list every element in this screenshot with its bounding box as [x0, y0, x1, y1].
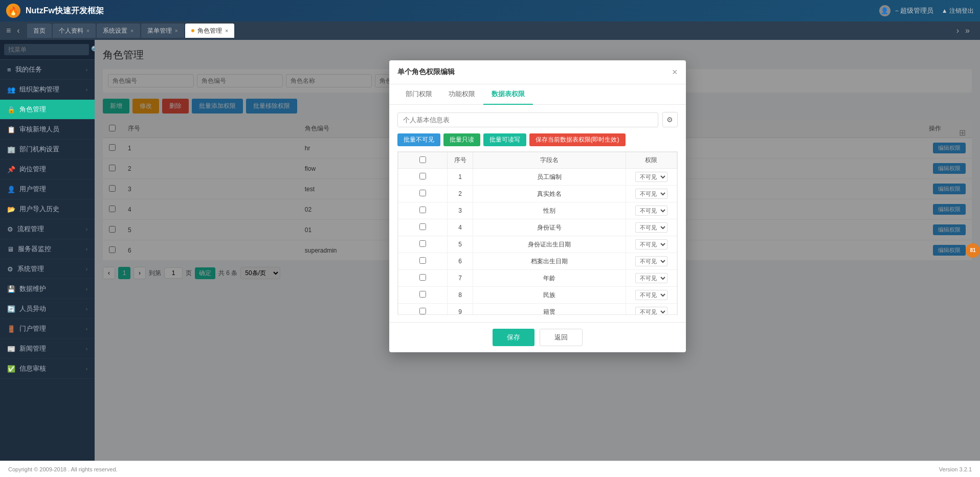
logout-link[interactable]: ▲ 注销登出	[942, 7, 974, 15]
perm-select-dropdown[interactable]: 不可见只读可读写	[635, 206, 667, 216]
perm-select-dropdown[interactable]: 不可见只读可读写	[635, 290, 667, 300]
sidebar-item-user[interactable]: 👤 用户管理	[0, 179, 95, 199]
sidebar-sysadmin-label: 系统管理	[17, 264, 44, 274]
version: Version 3.2.1	[939, 466, 972, 472]
nav-menu-icon[interactable]: ≡	[4, 25, 13, 36]
table-search-input[interactable]	[397, 112, 658, 127]
perm-row-field: 员工编制	[473, 169, 626, 186]
tab-role[interactable]: 角色管理 ×	[185, 24, 234, 38]
sidebar-item-audit[interactable]: 📋 审核新增人员	[0, 120, 95, 140]
sidebar-item-import[interactable]: 📂 用户导入历史	[0, 199, 95, 219]
modal-back-button[interactable]: 返回	[540, 329, 583, 346]
tab-profile[interactable]: 个人资料 ×	[53, 24, 96, 38]
batch-writable-btn[interactable]: 批量可读写	[483, 133, 526, 146]
perm-row-checkbox[interactable]	[419, 223, 426, 230]
tab-profile-label: 个人资料	[59, 27, 83, 35]
perm-select-dropdown[interactable]: 不可见只读可读写	[635, 172, 667, 182]
workflow-icon: ⚙	[7, 225, 13, 233]
sidebar-import-label: 用户导入历史	[19, 205, 59, 214]
perm-th-field: 字段名	[473, 152, 626, 169]
user-info: 👤 －超级管理员	[879, 5, 933, 16]
header-left: 🔥 NutzFw快速开发框架	[6, 4, 104, 18]
modal-tab-function[interactable]: 功能权限	[440, 84, 483, 105]
perm-select-all[interactable]	[419, 156, 426, 163]
personnel-icon: 🔄	[7, 305, 15, 313]
server-arrow: ›	[86, 246, 87, 252]
sidebar-item-position[interactable]: 📌 岗位管理	[0, 160, 95, 179]
batch-readonly-btn[interactable]: 批量只读	[443, 133, 480, 146]
sidebar-position-label: 岗位管理	[19, 165, 46, 174]
modal-close-button[interactable]: ×	[672, 67, 678, 77]
sidebar-item-dept[interactable]: 🏢 部门机构设置	[0, 140, 95, 160]
perm-row-checkbox[interactable]	[419, 257, 426, 264]
perm-row-checkbox[interactable]	[419, 274, 426, 281]
sidebar-item-review[interactable]: ✅ 信息审核 ›	[0, 359, 95, 379]
modal-search-row: ⚙	[397, 112, 678, 127]
sidebar-item-org[interactable]: 👥 组织架构管理 ›	[0, 80, 95, 100]
sidebar-item-personnel[interactable]: 🔄 人员异动 ›	[0, 299, 95, 319]
perm-select-dropdown[interactable]: 不可见只读可读写	[635, 239, 667, 249]
perm-row-checkbox-cell	[398, 236, 448, 253]
perm-row: 7 年龄 不可见只读可读写	[398, 270, 677, 287]
modal-footer: 保存 返回	[389, 322, 686, 352]
perm-th-checkbox	[398, 152, 448, 169]
perm-select-dropdown[interactable]: 不可见只读可读写	[635, 256, 667, 266]
perm-select-dropdown[interactable]: 不可见只读可读写	[635, 222, 667, 233]
sidebar-item-portal[interactable]: 🚪 门户管理 ›	[0, 319, 95, 339]
perm-row-checkbox[interactable]	[419, 190, 426, 196]
batch-invisible-btn[interactable]: 批量不可见	[397, 133, 440, 146]
tab-settings-close[interactable]: ×	[130, 28, 133, 34]
modal-title: 单个角色权限编辑	[397, 67, 455, 77]
save-now-btn[interactable]: 保存当前数据表权限(即时生效)	[529, 133, 626, 146]
table-search-btn[interactable]: ⚙	[662, 112, 678, 127]
perm-select-dropdown[interactable]: 不可见只读可读写	[635, 273, 667, 283]
tab-role-close[interactable]: ×	[225, 28, 228, 34]
sidebar-item-news[interactable]: 📰 新闻管理 ›	[0, 339, 95, 359]
workflow-arrow: ›	[86, 226, 87, 232]
perm-select-dropdown[interactable]: 不可见只读可读写	[635, 307, 667, 315]
tab-profile-close[interactable]: ×	[86, 28, 90, 34]
perm-row-perm: 不可见只读可读写	[626, 304, 677, 315]
search-input[interactable]	[4, 44, 89, 55]
sidebar-search-bar: 🔍	[0, 40, 95, 60]
search-button[interactable]: 🔍	[89, 44, 95, 55]
username: －超级管理员	[894, 6, 933, 15]
sidebar-dept-label: 部门机构设置	[19, 145, 59, 154]
perm-row-perm: 不可见只读可读写	[626, 270, 677, 287]
personnel-arrow: ›	[86, 306, 87, 312]
perm-row-seq: 3	[448, 202, 473, 219]
perm-row-seq: 5	[448, 236, 473, 253]
perm-select-dropdown[interactable]: 不可见只读可读写	[635, 189, 667, 199]
perm-row-perm: 不可见只读可读写	[626, 169, 677, 186]
perm-row-checkbox[interactable]	[419, 173, 426, 179]
nav-forward-icon[interactable]: ›	[954, 25, 961, 36]
float-action-btn[interactable]: 81	[966, 243, 980, 258]
sidebar-item-role[interactable]: 🔒 角色管理	[0, 100, 95, 120]
modal-save-button[interactable]: 保存	[493, 329, 534, 346]
data-arrow: ›	[86, 286, 87, 292]
tab-home[interactable]: 首页	[27, 24, 52, 38]
modal-tab-dept[interactable]: 部门权限	[397, 84, 440, 105]
sidebar-item-tasks[interactable]: ≡ 我的任务 ›	[0, 60, 95, 80]
sidebar-item-server[interactable]: 🖥 服务器监控 ›	[0, 239, 95, 259]
sidebar-item-workflow[interactable]: ⚙ 流程管理 ›	[0, 219, 95, 239]
sidebar-item-sysadmin[interactable]: ⚙ 系统管理 ›	[0, 259, 95, 279]
perm-row-field: 档案出生日期	[473, 253, 626, 270]
nav-back-icon[interactable]: ‹	[15, 25, 21, 36]
perm-row-checkbox[interactable]	[419, 207, 426, 213]
modal-header: 单个角色权限编辑 ×	[389, 60, 686, 84]
nav-end-icon[interactable]: »	[963, 25, 972, 36]
tab-settings[interactable]: 系统设置 ×	[97, 24, 140, 38]
tab-menu-close[interactable]: ×	[175, 28, 178, 34]
modal-tab-data[interactable]: 数据表权限	[483, 84, 533, 105]
perm-row-seq: 4	[448, 219, 473, 236]
perm-row-seq: 9	[448, 304, 473, 315]
sidebar-item-data[interactable]: 💾 数据维护 ›	[0, 279, 95, 299]
sidebar-data-label: 数据维护	[19, 284, 46, 293]
perm-row-checkbox[interactable]	[419, 240, 426, 247]
perm-row-field: 性别	[473, 202, 626, 219]
perm-row-field: 身份证出生日期	[473, 236, 626, 253]
tab-menu[interactable]: 菜单管理 ×	[141, 24, 184, 38]
perm-row-checkbox[interactable]	[419, 291, 426, 298]
perm-row-checkbox[interactable]	[419, 308, 426, 314]
